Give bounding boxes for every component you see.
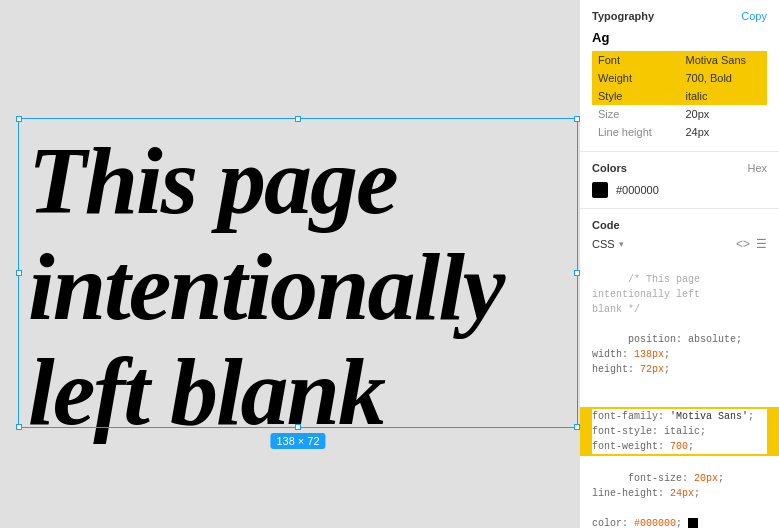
code-section: Code CSS ▾ <> ☰ /* This page intentional… [580,209,779,528]
chevron-down-icon: ▾ [619,239,624,249]
style-value: italic [680,87,768,105]
hex-label: Hex [747,162,767,174]
weight-value: 700, Bold [680,69,768,87]
code-title: Code [592,219,620,231]
handle-ml[interactable] [16,270,22,276]
handle-tl[interactable] [16,116,22,122]
code-font-size: font-size: 20px; [628,473,724,484]
ag-label: Ag [592,30,767,45]
line-height-label: Line height [592,123,680,141]
typography-header: Typography Copy [592,10,767,22]
typography-section: Typography Copy Ag Font Motiva Sans Weig… [580,0,779,152]
canvas-text: This page intentionally left blank [28,128,568,445]
style-label: Style [592,87,680,105]
handle-tm[interactable] [295,116,301,122]
code-position: position: absolute; [628,334,742,345]
color-row: #000000 [592,182,767,198]
colors-section: Colors Hex #000000 [580,152,779,209]
colors-title: Colors [592,162,627,174]
handle-bl[interactable] [16,424,22,430]
weight-row: Weight 700, Bold [592,69,767,87]
size-value: 20px [680,105,768,123]
right-panel: Typography Copy Ag Font Motiva Sans Weig… [579,0,779,528]
typography-title: Typography [592,10,654,22]
code-line-height: line-height: 24px; [592,488,700,499]
line-height-value: 24px [680,123,768,141]
code-actions: <> ☰ [736,237,767,251]
code-width: width: 138px; [592,349,670,360]
code-header: Code [592,219,767,231]
code-rest: font-size: 20px; line-height: 24px; colo… [592,456,767,528]
size-row: Size 20px [592,105,767,123]
code-highlight-block: font-family: 'Motiva Sans'; font-style: … [580,407,779,456]
css-label: CSS [592,238,615,250]
weight-label: Weight [592,69,680,87]
line-height-row: Line height 24px [592,123,767,141]
font-label: Font [592,51,680,69]
colors-header: Colors Hex [592,162,767,174]
size-label: Size [592,105,680,123]
code-block: /* This page intentionally left blank */… [592,257,767,407]
code-font-family: font-family: 'Motiva Sans'; font-style: … [592,409,767,454]
font-row: Font Motiva Sans [592,51,767,69]
code-view-button[interactable]: <> [736,237,750,251]
code-list-button[interactable]: ☰ [756,237,767,251]
code-height: height: 72px; [592,364,670,375]
css-selector[interactable]: CSS ▾ [592,238,624,250]
copy-button[interactable]: Copy [741,10,767,22]
typography-table: Font Motiva Sans Weight 700, Bold Style … [592,51,767,141]
code-color-swatch [688,518,698,528]
canvas-area: This page intentionally left blank 138 ×… [0,0,579,528]
color-value: #000000 [616,184,659,196]
color-swatch [592,182,608,198]
code-color: color: #000000; [592,518,698,528]
font-value: Motiva Sans [680,51,768,69]
code-comment: /* This page intentionally left blank */ [592,274,706,315]
style-row: Style italic [592,87,767,105]
